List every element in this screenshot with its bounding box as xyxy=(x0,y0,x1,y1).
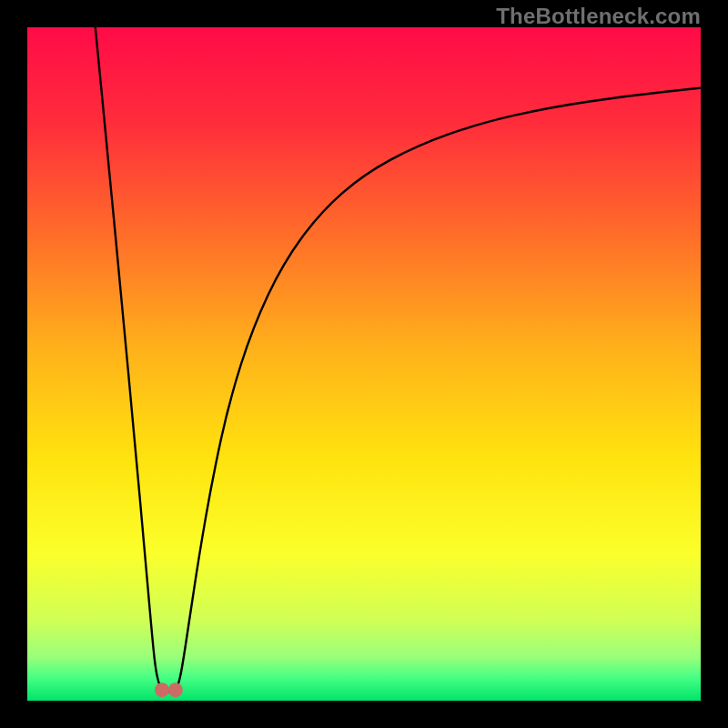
marker-valley-left xyxy=(155,682,169,697)
chart-frame: TheBottleneck.com xyxy=(0,0,728,728)
chart-svg xyxy=(27,27,701,701)
watermark-text: TheBottleneck.com xyxy=(496,4,701,29)
marker-valley-right xyxy=(168,682,183,697)
plot-area xyxy=(27,27,701,701)
